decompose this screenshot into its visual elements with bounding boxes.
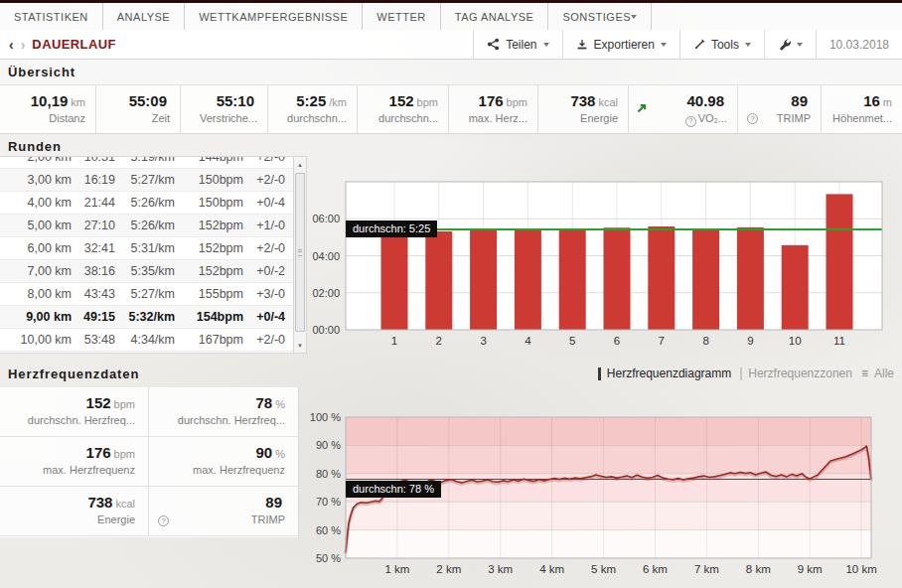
nav-tab[interactable]: STATISTIKEN xyxy=(0,3,103,30)
stat-box: ? 738kcal ?Energie xyxy=(0,487,149,536)
lap-row[interactable]: 3,00 km 16:19 5:27/km 150bpm +2/-0 xyxy=(0,169,293,192)
wrench-icon xyxy=(778,38,791,51)
lap-row[interactable]: 9,00 km 49:15 5:32/km 154bpm +0/-4 xyxy=(0,306,293,329)
stat-value: 5:25 xyxy=(296,92,326,109)
export-button[interactable]: Exportieren xyxy=(562,30,679,59)
trend-up-icon xyxy=(637,99,648,117)
nav-tab[interactable]: WETTKAMPFERGEBNISSE xyxy=(185,3,363,30)
stat-label: VO₂... xyxy=(698,112,727,124)
scroll-up-button[interactable]: ▲ xyxy=(294,158,306,171)
svg-text:04:00: 04:00 xyxy=(312,250,340,262)
svg-text:02:00: 02:00 xyxy=(312,287,340,299)
svg-text:00:00: 00:00 xyxy=(312,324,340,336)
nav-tab[interactable]: SONSTIGES xyxy=(548,3,652,30)
stat-unit: % xyxy=(275,398,285,410)
stat-box: ? 738kcal ?Energie xyxy=(538,85,629,133)
lap-row[interactable]: 8,00 km 43:43 5:27/km 155bpm +3/-0 xyxy=(0,283,293,306)
date-display[interactable]: 10.03.2018 xyxy=(816,30,902,59)
laps-table-viewport: 2,00 km 10:51 5:19/km 144bpm +2/-0 3,00 … xyxy=(0,157,293,353)
stat-label: Verstriche... xyxy=(200,112,257,124)
svg-text:7: 7 xyxy=(659,335,665,347)
hr-view-tab[interactable]: ≡ Alle xyxy=(861,367,894,380)
stat-value: 152 xyxy=(86,394,111,411)
lap-time: 43:43 xyxy=(72,287,115,301)
main-nav: STATISTIKEN ANALYSE WETTKAMPFERGEBNISSE … xyxy=(0,3,902,31)
nav-tab[interactable]: TAG ANALYSE xyxy=(441,3,549,30)
lap-row[interactable]: 2,00 km 10:51 5:19/km 144bpm +2/-0 xyxy=(0,157,293,169)
nav-tab-label: ANALYSE xyxy=(117,11,170,23)
lap-row[interactable]: 10,00 km 53:48 4:34/km 167bpm +2/-0 xyxy=(0,329,293,352)
lap-heart-rate: 152bpm xyxy=(192,241,243,255)
lap-row[interactable]: 6,00 km 32:41 5:31/km 152bpm +2/-0 xyxy=(0,237,293,260)
tab-indicator xyxy=(598,368,601,380)
lap-elevation: +0/-4 xyxy=(243,196,285,210)
lap-elevation: +2/-0 xyxy=(243,333,285,347)
lap-row[interactable]: 7,00 km 38:16 5:35/km 152bpm +0/-2 xyxy=(0,260,293,283)
svg-text:4: 4 xyxy=(525,335,531,347)
tools-button[interactable]: Tools xyxy=(679,30,764,59)
stat-label: Energie xyxy=(97,514,135,525)
stat-box: ? 89 ?TRIMP xyxy=(738,85,822,133)
share-label: Teilen xyxy=(506,38,536,52)
settings-button[interactable] xyxy=(764,30,816,59)
lap-pace: 4:34/km xyxy=(115,333,175,347)
heart-rate-stats-grid: ? 152bpm ?durchschn. Herzfreq... ? 78% ?… xyxy=(0,387,299,537)
stat-label: durchschn. Herzfreq... xyxy=(28,414,135,426)
heart-rate-title: Herzfrequenzdaten xyxy=(8,367,139,381)
nav-tab[interactable]: WETTER xyxy=(363,3,440,30)
stat-unit: bpm xyxy=(417,96,438,108)
laps-pace-chart[interactable]: 00:0002:0004:0006:001234567891011 durchs… xyxy=(308,149,902,354)
stat-value: 55:09 xyxy=(129,92,167,109)
stat-label: Zeit xyxy=(152,112,170,124)
scrollbar-thumb[interactable] xyxy=(295,173,305,332)
nav-tab[interactable]: ANALYSE xyxy=(103,3,185,30)
lap-pace: 5:27/km xyxy=(115,173,175,187)
lap-distance: 2,00 km xyxy=(6,157,72,164)
lap-elevation: +0/-4 xyxy=(243,310,285,324)
share-button[interactable]: Teilen xyxy=(473,30,561,59)
lap-row[interactable]: 4,00 km 21:44 5:26/km 150bpm +0/-4 xyxy=(0,192,293,215)
lap-time: 16:19 xyxy=(72,173,115,187)
stat-value: 176 xyxy=(479,92,504,109)
hr-tab-label: Herzfrequenzdiagramm xyxy=(607,367,731,380)
lap-heart-rate: 167bpm xyxy=(192,333,243,347)
stat-value: 55:10 xyxy=(217,92,254,109)
stat-box: ? 152bpm ?durchschn... xyxy=(358,85,449,133)
hr-view-tab[interactable]: ≡ Herzfrequenzdiagramm xyxy=(598,367,731,380)
lap-row[interactable]: 5,00 km 27:10 5:26/km 152bpm +1/-0 xyxy=(0,215,293,237)
nav-tab-label: WETTKAMPFERGEBNISSE xyxy=(199,11,348,23)
laps-title: Runden xyxy=(8,139,62,154)
stat-value: 10,19 xyxy=(31,92,69,109)
lap-elevation: +2/-0 xyxy=(243,241,285,255)
help-icon[interactable]: ? xyxy=(685,116,696,127)
list-icon: ≡ xyxy=(861,368,868,379)
svg-text:2: 2 xyxy=(436,335,442,347)
hr-view-tab[interactable]: ≡ Herzfrequenzzonen xyxy=(740,367,852,380)
back-icon[interactable]: ‹ xyxy=(9,38,14,52)
lap-elevation: +2/-0 xyxy=(243,173,285,187)
svg-text:6: 6 xyxy=(614,335,620,347)
laps-scrollbar[interactable]: ▲ ▼ xyxy=(293,157,306,353)
lap-pace: 5:32/km xyxy=(115,310,175,324)
help-icon[interactable]: ? xyxy=(158,515,169,526)
lap-pace: 5:26/km xyxy=(115,219,175,232)
lap-distance: 6,00 km xyxy=(6,241,72,255)
svg-text:8 km: 8 km xyxy=(746,563,771,575)
stat-value: 89 xyxy=(791,92,808,109)
stat-unit: km xyxy=(71,96,85,108)
forward-icon[interactable]: › xyxy=(21,38,26,52)
stat-box: ? 176bpm ?max. Herz... xyxy=(449,85,538,133)
heart-rate-section-header: Herzfrequenzdaten ≡ Herzfrequenzdiagramm… xyxy=(0,362,902,385)
lap-time: 21:44 xyxy=(72,196,115,210)
scroll-down-button[interactable]: ▼ xyxy=(294,339,306,352)
stat-box: ? 5:25/km ?durchschn... xyxy=(268,85,358,133)
stat-value: 738 xyxy=(87,494,112,511)
tools-label: Tools xyxy=(711,38,739,52)
stat-value: 738 xyxy=(570,92,595,109)
heart-rate-chart[interactable]: 50 %60 %70 %80 %90 %100 %1 km2 km3 km4 k… xyxy=(308,397,902,586)
share-icon xyxy=(487,38,500,51)
chevron-down-icon xyxy=(543,43,549,47)
breadcrumb: ‹ › DAUERLAUF xyxy=(0,30,116,59)
help-icon[interactable]: ? xyxy=(747,113,758,124)
overview-section-header: Übersicht xyxy=(0,60,902,84)
